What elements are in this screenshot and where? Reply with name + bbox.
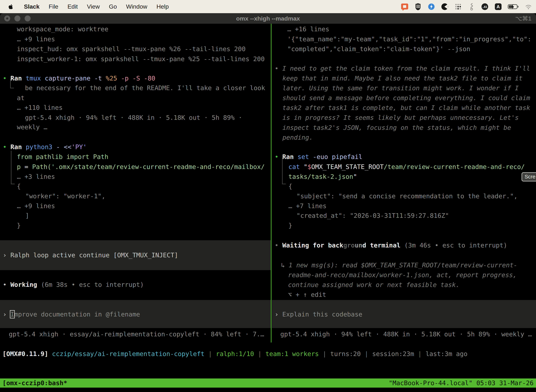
terminal-line: should send a message before completing …	[282, 93, 530, 103]
text-segment: }	[17, 222, 21, 229]
terminal-line: … +9 lines	[17, 34, 55, 44]
menu-app-name[interactable]: Slack	[24, 3, 40, 10]
shield-grid-icon[interactable]	[414, 3, 422, 11]
text-segment: keep that in mind. Maybe I also need the…	[282, 75, 522, 82]
text-segment: OMX_TEAM_STATE_ROOT	[311, 163, 384, 170]
terminal-line: … +110 lines	[17, 103, 62, 112]
dots-grid-icon[interactable]	[454, 3, 462, 11]
terminal-line: › Ralph loop active continue [OMX_TMUX_I…	[3, 250, 178, 260]
text-segment: pending.	[282, 134, 313, 141]
squiggle-icon[interactable]	[467, 3, 475, 11]
text-segment: tasks/task-2.json	[288, 173, 353, 180]
screen: Slack FileEditViewGoWindowHelp	[0, 0, 536, 392]
terminal-line: keep that in mind. Maybe I also need the…	[282, 73, 522, 83]
text-segment: mprove documentation in @filename	[14, 311, 140, 318]
text-segment: cat	[288, 163, 304, 170]
terminal-line: "created_at": "2026-03-31T11:59:27.816Z"	[297, 210, 449, 221]
terminal-line: • Ran set -euo pipefail	[275, 152, 362, 162]
blue-badge-icon[interactable]	[427, 3, 436, 11]
menu-item-file[interactable]: File	[49, 3, 58, 10]
terminal-line: gpt-5.4 xhigh · 94% left · 488K in · 5.1…	[25, 112, 242, 123]
text-segment: … +7 lines	[288, 202, 326, 210]
terminal-line: }	[288, 220, 292, 230]
text-segment: ]	[25, 212, 29, 219]
text-segment: later. Using the same for transition mig…	[282, 84, 519, 92]
terminal-line: workspace_mode: worktree	[17, 24, 108, 34]
text-segment: {	[288, 183, 292, 190]
text-segment: 1 new msg(s): read $OMX_TEAM_STATE_ROOT/…	[289, 261, 517, 269]
text-segment: "completed","claim_token":"claim-token"}…	[287, 45, 470, 52]
text-segment: /team/review-current-readme-and-reco/	[384, 163, 525, 170]
text-segment: ↳	[281, 261, 289, 269]
text-segment: "subject": "send a concise recommendatio…	[297, 192, 517, 200]
terminal-line: … +3 lines	[17, 172, 55, 182]
terminal-line: weekly …	[17, 122, 47, 132]
terminal-line: }	[17, 220, 21, 230]
text-segment: Ran	[10, 143, 26, 150]
text-segment: Explain this codebase	[282, 311, 362, 318]
chat-bubble-icon[interactable]	[401, 3, 409, 11]
text-segment: %25	[106, 75, 121, 82]
text-segment: d terminal	[362, 242, 404, 249]
screen-capture-overlay[interactable]: Scre	[522, 172, 536, 182]
terminal-line: inspect_hud: omx sparkshell --tmux-pane …	[17, 44, 245, 54]
menu-item-view[interactable]: View	[87, 3, 100, 10]
text-segment: •	[3, 75, 10, 82]
text-segment: set	[297, 153, 313, 160]
terminal-line: readme-and-reco/mailbox/worker-1.json, a…	[288, 270, 517, 280]
text-segment: "	[304, 163, 308, 170]
menu-item-go[interactable]: Go	[109, 3, 117, 10]
text-segment: "	[353, 173, 357, 180]
text-segment: … +3 lines	[17, 173, 55, 180]
text-segment: … +110 lines	[17, 104, 62, 111]
menu-item-window[interactable]: Window	[126, 3, 147, 10]
terminal-line: pending.	[282, 132, 313, 142]
text-segment: gro	[343, 242, 355, 249]
terminal-line: cat "$OMX_TEAM_STATE_ROOT/team/review-cu…	[288, 162, 525, 172]
battery-icon[interactable]	[507, 3, 519, 11]
text-segment: should send a message before completing …	[282, 94, 530, 102]
text-segment: $	[307, 163, 311, 170]
svg-text:A: A	[497, 4, 500, 9]
apple-menu-icon[interactable]	[7, 3, 15, 11]
terminal-line: ⌥ + ↑ edit	[288, 289, 326, 300]
text-segment: Ralph loop active continue [OMX_TMUX_INJ…	[10, 252, 178, 259]
menu-bar: Slack FileEditViewGoWindowHelp	[0, 0, 536, 13]
tmux-pane-divider[interactable]	[271, 24, 272, 342]
terminal-line: • Ran tmux capture-pane -t %25 -p -S -80	[3, 73, 155, 83]
input-source-a-icon[interactable]: A	[494, 3, 502, 11]
dark-disc-icon[interactable]	[441, 3, 449, 11]
text-segment: }	[288, 222, 292, 229]
terminal-content: [OMX#0.11.9] cczip/essay/ai-reimplementa…	[0, 0, 536, 392]
text-segment: … +9 lines	[17, 36, 55, 43]
terminal-line: gpt-5.4 xhigh · essay/ai-reimplementatio…	[9, 329, 264, 339]
wifi-icon[interactable]	[524, 3, 532, 11]
terminal-line: • I need to get the claim token from the…	[275, 63, 530, 73]
terminal-line: at	[17, 93, 24, 103]
text-segment: ›	[275, 311, 282, 318]
text-segment: from pathlib import Path	[17, 153, 108, 160]
text-segment: Waiting for back	[282, 242, 343, 249]
terminal-line: {	[17, 181, 21, 191]
battery-61-circle-icon[interactable]: ..61	[481, 3, 489, 11]
text-segment: -euo pipefail	[313, 153, 362, 160]
menu-item-edit[interactable]: Edit	[67, 3, 78, 10]
text-segment: (3m 46s • esc to interrupt)	[404, 242, 507, 249]
terminal-line: ]	[25, 210, 29, 221]
text-segment: •	[3, 143, 10, 150]
text-segment: weekly …	[17, 123, 47, 131]
terminal-line: task2 after task1 is complete, but can I…	[282, 103, 530, 113]
text-segment: Path('.omx/state/team/review-current-rea…	[32, 163, 265, 170]
terminal-pane-right: … +16 lines'{"team_name":"my-team","task…	[272, 0, 536, 392]
text-segment: (6m 38s • esc to interrupt)	[41, 281, 144, 288]
menu-item-help[interactable]: Help	[157, 3, 169, 10]
text-segment: "created_at": "2026-03-31T11:59:27.816Z"	[297, 212, 449, 219]
text-segment: gpt-5.4 xhigh · 94% left · 488K in · 5.1…	[25, 114, 242, 121]
menu-left: Slack FileEditViewGoWindowHelp	[7, 3, 169, 11]
text-segment: -t	[94, 75, 106, 82]
text-segment: =	[24, 163, 32, 170]
text-segment: inspect_worker-1: omx sparkshell --tmux-…	[17, 55, 265, 62]
text-segment: •	[275, 242, 282, 249]
terminal-line: … +9 lines	[17, 201, 55, 211]
text-segment: Working	[10, 281, 41, 288]
